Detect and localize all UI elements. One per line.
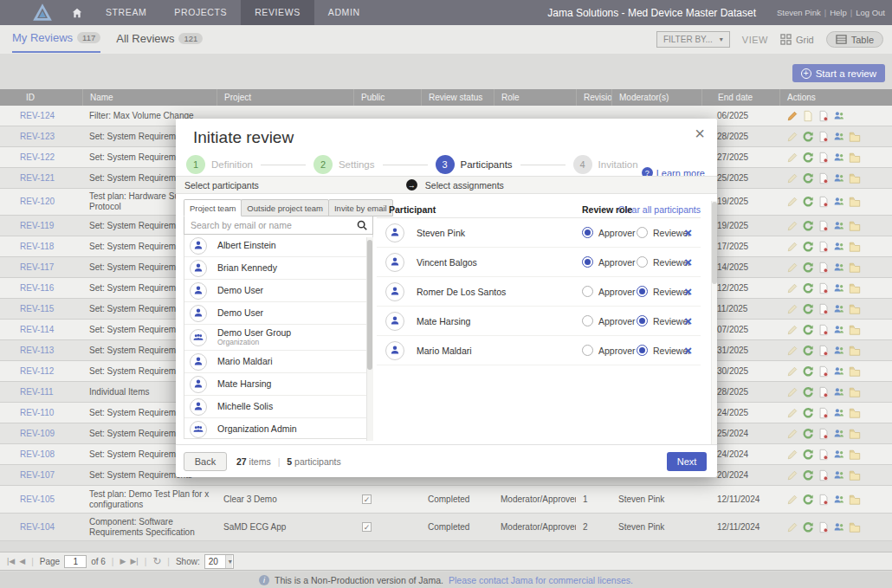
participants-icon[interactable] [833, 469, 845, 481]
edit-icon[interactable] [786, 241, 798, 253]
review-id-link[interactable]: REV-123 [20, 132, 55, 141]
review-id-link[interactable]: REV-124 [20, 111, 55, 120]
participants-icon[interactable] [833, 303, 845, 315]
archive-icon[interactable] [849, 345, 861, 357]
edit-active-icon[interactable] [786, 110, 798, 122]
document-alert-icon[interactable] [818, 469, 830, 481]
refresh-icon[interactable] [802, 172, 814, 184]
search-icon[interactable] [356, 219, 368, 231]
document-alert-icon[interactable] [818, 494, 830, 506]
document-alert-icon[interactable] [818, 303, 830, 315]
tab-my-reviews[interactable]: My Reviews 117 [12, 31, 100, 53]
participants-icon[interactable] [833, 521, 845, 533]
edit-icon[interactable] [786, 386, 798, 398]
edit-icon[interactable] [786, 152, 798, 164]
archive-icon[interactable] [849, 152, 861, 164]
next-page-button[interactable]: ▶ [120, 557, 126, 565]
remove-participant-icon[interactable]: × [684, 285, 692, 298]
approver-radio-option[interactable]: Approver [582, 345, 636, 356]
approver-radio[interactable] [582, 315, 593, 326]
edit-icon[interactable] [786, 131, 798, 143]
participants-icon[interactable] [833, 220, 845, 232]
document-alert-icon[interactable] [818, 131, 830, 143]
archive-icon[interactable] [849, 428, 861, 440]
participants-icon[interactable] [833, 172, 845, 184]
edit-icon[interactable] [786, 521, 798, 533]
directory-scrollbar[interactable] [366, 237, 373, 441]
archive-icon[interactable] [849, 241, 861, 253]
reviewer-radio-option[interactable]: Reviewer [637, 315, 691, 326]
participants-icon[interactable] [833, 131, 845, 143]
directory-item[interactable]: Albert Einstein [184, 235, 372, 257]
back-button[interactable]: Back [184, 452, 227, 471]
refresh-icon[interactable] [802, 131, 814, 143]
archive-icon[interactable] [849, 469, 861, 481]
document-alert-icon[interactable] [818, 449, 830, 461]
approver-radio-option[interactable]: Approver [582, 315, 636, 326]
archive-icon[interactable] [849, 172, 861, 184]
archive-icon[interactable] [849, 324, 861, 336]
edit-icon[interactable] [786, 172, 798, 184]
edit-icon[interactable] [786, 303, 798, 315]
document-alert-icon[interactable] [818, 110, 830, 122]
participants-icon[interactable] [833, 345, 845, 357]
document-alert-icon[interactable] [818, 521, 830, 533]
commercial-license-link[interactable]: Please contact Jama for commercial licen… [449, 575, 633, 585]
edit-icon[interactable] [786, 324, 798, 336]
review-id-link[interactable]: REV-119 [20, 221, 54, 230]
approver-radio-option[interactable]: Approver [582, 256, 636, 268]
archive-icon[interactable] [849, 196, 861, 208]
first-page-button[interactable]: |◀ [7, 557, 15, 565]
document-alert-icon[interactable] [818, 428, 830, 440]
participants-icon[interactable] [833, 365, 845, 378]
refresh-icon[interactable] [802, 241, 814, 253]
archive-icon[interactable] [849, 521, 861, 533]
refresh-icon[interactable] [802, 220, 814, 232]
remove-participant-icon[interactable]: × [684, 226, 692, 239]
approver-radio-option[interactable]: Approver [582, 286, 636, 297]
review-id-link[interactable]: REV-122 [20, 152, 55, 162]
review-id-link[interactable]: REV-113 [20, 346, 54, 355]
participants-icon[interactable] [833, 241, 845, 253]
table-view-button[interactable]: Table [826, 31, 883, 48]
participants-icon[interactable] [833, 152, 845, 164]
approver-radio-option[interactable]: Approver [582, 227, 636, 238]
approver-radio[interactable] [582, 256, 593, 268]
source-tab-outside-project-team[interactable]: Outside project team [241, 199, 329, 216]
scrollbar-thumb[interactable] [712, 202, 717, 284]
review-id-link[interactable]: REV-118 [20, 242, 54, 251]
document-alert-icon[interactable] [818, 262, 830, 274]
archive-icon[interactable] [849, 407, 861, 419]
archive-icon[interactable] [849, 449, 861, 461]
document-alert-icon[interactable] [818, 152, 830, 164]
directory-item[interactable]: Michelle Solis [184, 396, 372, 418]
review-id-link[interactable]: REV-117 [20, 262, 54, 272]
tab-all-reviews[interactable]: All Reviews 121 [116, 31, 203, 53]
document-alert-icon[interactable] [818, 196, 830, 208]
reviewer-radio[interactable] [637, 345, 648, 356]
previous-page-button[interactable]: ◀ [19, 557, 25, 565]
directory-item[interactable]: Demo User GroupOrganization [184, 325, 372, 351]
edit-icon[interactable] [786, 220, 798, 232]
directory-item[interactable]: Mario Maldari [184, 351, 372, 373]
archive-icon[interactable] [849, 220, 861, 232]
refresh-icon[interactable] [802, 407, 814, 419]
approver-radio[interactable] [582, 286, 593, 297]
review-id-link[interactable]: REV-112 [20, 366, 54, 376]
reviewer-radio-option[interactable]: Reviewer [637, 256, 691, 268]
refresh-icon[interactable] [802, 494, 814, 506]
filter-by-dropdown[interactable]: FILTER BY... ▾ [656, 31, 730, 48]
reviewer-radio[interactable] [637, 286, 648, 297]
nav-item-admin[interactable]: ADMIN [314, 0, 374, 25]
refresh-icon[interactable] [802, 428, 814, 440]
refresh-icon[interactable] [802, 365, 814, 378]
participants-icon[interactable] [833, 262, 845, 274]
edit-icon[interactable] [786, 345, 798, 357]
home-button[interactable] [62, 0, 92, 25]
review-id-link[interactable]: REV-115 [20, 304, 54, 313]
user-link-help[interactable]: Help [830, 8, 847, 17]
archive-icon[interactable] [849, 282, 861, 294]
refresh-icon[interactable] [802, 262, 814, 274]
document-alert-icon[interactable] [818, 241, 830, 253]
reviewer-radio-option[interactable]: Reviewer [637, 227, 691, 238]
